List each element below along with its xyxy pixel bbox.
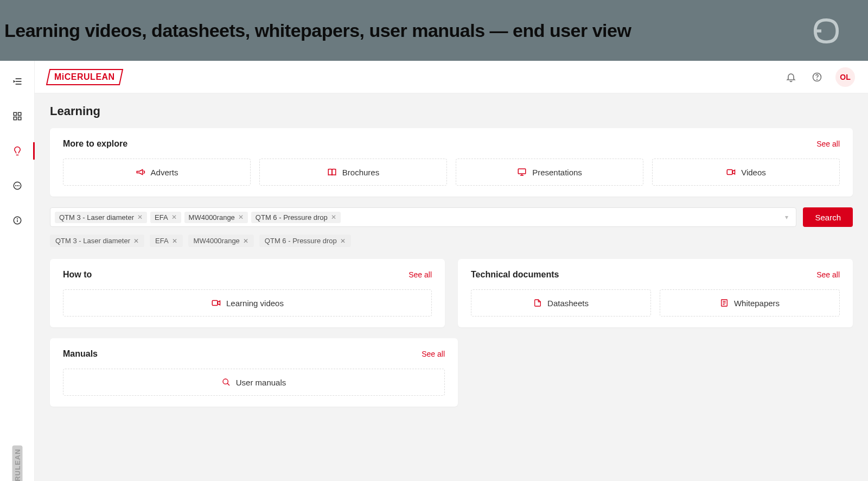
- tile-videos[interactable]: Videos: [652, 159, 840, 186]
- svg-rect-4: [18, 112, 21, 115]
- svg-line-29: [227, 383, 229, 385]
- filter-tag[interactable]: QTM 6 - Pressure drop✕: [259, 235, 351, 247]
- tile-datasheets[interactable]: Datasheets: [471, 289, 651, 317]
- svg-rect-20: [727, 170, 732, 175]
- svg-rect-5: [14, 117, 16, 120]
- svg-point-9: [15, 186, 16, 186]
- search-chip[interactable]: QTM 3 - Laser diameter✕: [55, 212, 147, 223]
- document-icon: [720, 298, 729, 308]
- leaf-icon: [812, 16, 841, 46]
- tile-adverts[interactable]: Adverts: [63, 159, 251, 186]
- video-icon: [726, 167, 736, 177]
- filter-tag[interactable]: MW4000range✕: [188, 235, 254, 247]
- tag-remove-icon[interactable]: ✕: [340, 237, 346, 245]
- presentation-icon: [517, 167, 527, 177]
- tile-whitepapers[interactable]: Whitepapers: [660, 289, 840, 317]
- techdocs-see-all[interactable]: See all: [816, 270, 840, 279]
- sidebar: CERULEAN: [0, 61, 35, 481]
- tile-learning-videos[interactable]: Learning videos: [63, 289, 432, 317]
- megaphone-icon: [136, 167, 145, 177]
- sidebar-item-learning[interactable]: [7, 140, 28, 162]
- svg-point-14: [17, 219, 17, 219]
- manuals-title: Manuals: [63, 349, 98, 359]
- search-button[interactable]: Search: [803, 207, 853, 227]
- file-icon: [533, 298, 542, 308]
- svg-rect-3: [14, 112, 16, 115]
- tile-presentations[interactable]: Presentations: [456, 159, 643, 186]
- logo[interactable]: MiCERULEAN: [46, 69, 123, 85]
- tile-user-manuals[interactable]: User manuals: [63, 369, 445, 396]
- sidebar-toggle[interactable]: [7, 71, 28, 92]
- video-icon: [211, 298, 221, 308]
- explore-see-all[interactable]: See all: [816, 140, 840, 148]
- filter-tags-row: QTM 3 - Laser diameter✕ EFA✕ MW4000range…: [50, 235, 853, 247]
- svg-rect-17: [518, 169, 526, 174]
- tag-remove-icon[interactable]: ✕: [172, 237, 177, 245]
- search-input[interactable]: QTM 3 - Laser diameter✕ EFA✕ MW4000range…: [50, 207, 796, 227]
- svg-point-10: [17, 186, 17, 186]
- search-chip[interactable]: MW4000range✕: [184, 212, 248, 223]
- tag-remove-icon[interactable]: ✕: [243, 237, 248, 245]
- svg-rect-6: [18, 117, 21, 120]
- manuals-see-all[interactable]: See all: [422, 350, 445, 358]
- search-row: QTM 3 - Laser diameter✕ EFA✕ MW4000range…: [50, 207, 853, 227]
- howto-title: How to: [63, 270, 92, 280]
- book-icon: [327, 167, 337, 177]
- topbar: MiCERULEAN OL: [35, 61, 868, 93]
- filter-tag[interactable]: EFA✕: [150, 235, 183, 247]
- sidebar-item-chat[interactable]: [7, 175, 28, 197]
- technical-documents-card: Technical documents See all Datasheets W…: [458, 259, 853, 327]
- chevron-down-icon[interactable]: ▾: [785, 213, 792, 221]
- sidebar-brand-badge: CERULEAN: [12, 445, 22, 481]
- chip-remove-icon[interactable]: ✕: [238, 213, 244, 221]
- user-avatar[interactable]: OL: [835, 67, 855, 87]
- svg-point-16: [817, 79, 818, 79]
- techdocs-title: Technical documents: [471, 270, 559, 280]
- tag-remove-icon[interactable]: ✕: [133, 237, 139, 245]
- banner-title: Learning videos, datasheets, whitepapers…: [4, 20, 631, 41]
- svg-rect-22: [212, 301, 218, 306]
- howto-see-all[interactable]: See all: [409, 270, 432, 279]
- svg-point-11: [18, 186, 19, 186]
- presentation-banner: Learning videos, datasheets, whitepapers…: [0, 0, 868, 61]
- notifications-icon[interactable]: [783, 69, 799, 85]
- filter-tag[interactable]: QTM 3 - Laser diameter✕: [50, 235, 144, 247]
- help-icon[interactable]: [809, 69, 825, 85]
- search-icon: [222, 378, 231, 387]
- chip-remove-icon[interactable]: ✕: [137, 213, 143, 221]
- tile-brochures[interactable]: Brochures: [259, 159, 447, 186]
- search-chip[interactable]: QTM 6 - Pressure drop✕: [251, 212, 341, 223]
- chip-remove-icon[interactable]: ✕: [331, 213, 336, 221]
- svg-marker-21: [732, 170, 735, 174]
- more-to-explore-card: More to explore See all Adverts Brochure…: [50, 128, 853, 197]
- svg-marker-23: [218, 301, 220, 305]
- explore-title: More to explore: [63, 139, 127, 149]
- chip-remove-icon[interactable]: ✕: [171, 213, 177, 221]
- sidebar-item-info[interactable]: [7, 210, 28, 231]
- sidebar-item-dashboard[interactable]: [7, 105, 28, 127]
- search-chip[interactable]: EFA✕: [150, 212, 181, 223]
- svg-point-28: [223, 379, 228, 384]
- how-to-card: How to See all Learning videos: [50, 259, 445, 327]
- manuals-card: Manuals See all User manuals: [50, 338, 458, 407]
- page-title: Learning: [50, 104, 853, 118]
